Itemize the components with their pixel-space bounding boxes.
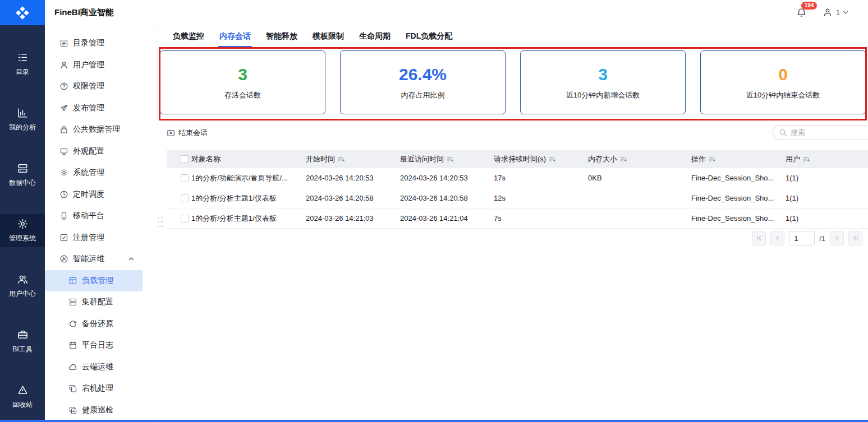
chevron-down-icon[interactable] — [842, 9, 849, 16]
tab-template-limit[interactable]: 模板限制 — [313, 25, 344, 48]
pagination: /1 — [752, 231, 862, 245]
duration-cell: 7s — [494, 214, 588, 222]
row-checkbox[interactable] — [181, 215, 189, 222]
backup-refresh-icon — [68, 319, 77, 328]
tab-memory-session[interactable]: 内存会话 — [219, 25, 251, 48]
sidebar-item-appearance-config[interactable]: 外观配置 — [45, 141, 143, 163]
stat-card-new-sessions-10min: 3 近10分钟内新增会话数 — [520, 50, 686, 114]
last-page-button[interactable] — [848, 231, 862, 245]
first-page-button[interactable] — [752, 231, 766, 245]
notification-badge: 194 — [801, 2, 818, 10]
gear-icon — [59, 168, 68, 177]
sidebar-item-label: 云端运维 — [82, 362, 113, 372]
column-header-start-time: 开始时间 — [306, 154, 335, 164]
object-name-cell: 1的分析/分析主题1/仪表板 — [191, 214, 306, 224]
sidebar-item-label: 目录管理 — [73, 38, 104, 48]
tab-lifecycle[interactable]: 生命周期 — [359, 25, 391, 48]
rail-item-label: BI工具 — [12, 345, 32, 354]
stat-value: 26.4% — [399, 65, 447, 84]
rail-item-directory[interactable]: 目录 — [0, 48, 45, 81]
sidebar-item-cloud-ops[interactable]: 云端运维 — [45, 356, 143, 378]
rail-item-label: 目录 — [16, 67, 29, 77]
phone-icon — [59, 211, 68, 220]
rail-item-data-center[interactable]: 数据中心 — [0, 159, 45, 192]
sidebar-item-publish-mgmt[interactable]: 发布管理 — [45, 98, 143, 119]
sidebar-item-registration-mgmt[interactable]: 注册管理 — [45, 227, 143, 249]
sidebar-item-platform-logs[interactable]: 平台日志 — [45, 335, 143, 356]
data-center-icon — [17, 163, 29, 174]
rail-item-my-analysis[interactable]: 我的分析 — [0, 103, 45, 136]
tab-smart-release[interactable]: 智能释放 — [266, 25, 297, 48]
search-icon — [779, 128, 787, 137]
stat-cards: 3 存活会话数 26.4% 内存占用比例 3 近10分钟内新增会话数 0 近10… — [160, 50, 866, 114]
row-checkbox[interactable] — [181, 194, 189, 202]
sort-icon[interactable] — [620, 156, 627, 163]
sidebar-item-catalog-mgmt[interactable]: 目录管理 — [45, 33, 143, 54]
sidebar-item-load-mgmt[interactable]: 负载管理 — [45, 270, 143, 292]
sidebar-item-permission-mgmt[interactable]: 权限管理 — [45, 76, 143, 98]
person-icon — [59, 61, 68, 69]
admin-sidebar: 目录管理 用户管理 权限管理 发布管理 公共数据管理 外观配置 系统管理 定时调… — [45, 25, 158, 422]
operation-cell: Fine-Dec_Session_Sho... — [691, 194, 786, 202]
sidebar-item-intelligent-ops[interactable]: 智能运维 — [45, 248, 143, 270]
chevron-up-icon[interactable] — [128, 256, 135, 262]
rail-item-user-center[interactable]: 用户中心 — [0, 270, 45, 303]
search-box[interactable] — [773, 125, 868, 140]
user-menu-button[interactable] — [823, 7, 833, 17]
table-row: 1的分析/功能演示/首页导航/... 2024-03-26 14:20:53 2… — [167, 168, 868, 188]
sidebar-item-system-mgmt[interactable]: 系统管理 — [45, 162, 143, 184]
end-session-button[interactable]: 结束会话 — [167, 128, 208, 138]
table-row: 1的分析/分析主题1/仪表板 2024-03-26 14:20:58 2024-… — [167, 188, 868, 208]
stat-label: 存活会话数 — [224, 90, 261, 100]
sort-icon[interactable] — [803, 156, 810, 163]
sidebar-item-downtime-handling[interactable]: 宕机处理 — [45, 378, 143, 400]
sidebar-item-label: 系统管理 — [73, 168, 104, 178]
sort-icon[interactable] — [447, 156, 453, 163]
stat-card-active-sessions: 3 存活会话数 — [160, 50, 325, 114]
tab-load-monitoring[interactable]: 负载监控 — [173, 25, 204, 48]
toolbox-icon — [17, 329, 29, 341]
row-checkbox[interactable] — [181, 174, 189, 182]
catalog-icon — [17, 52, 29, 63]
recycle-icon — [17, 384, 29, 396]
prev-page-button[interactable] — [770, 231, 784, 245]
select-all-checkbox[interactable] — [181, 155, 189, 163]
notifications-button[interactable]: 194 — [796, 7, 807, 18]
stat-label: 近10分钟内新增会话数 — [566, 90, 640, 100]
page-input[interactable] — [789, 231, 815, 245]
tab-fdl-load-distribution[interactable]: FDL负载分配 — [406, 25, 452, 48]
sort-icon[interactable] — [709, 156, 715, 163]
calendar-log-icon — [68, 341, 77, 350]
rail-item-bi-tools[interactable]: BI工具 — [0, 325, 45, 358]
rail-item-label: 管理系统 — [9, 234, 36, 243]
next-page-button[interactable] — [830, 231, 844, 245]
sidebar-item-public-data-mgmt[interactable]: 公共数据管理 — [45, 119, 143, 141]
sidebar-item-mobile-platform[interactable]: 移动平台 — [45, 205, 143, 227]
search-input[interactable] — [791, 128, 855, 137]
sidebar-item-health-check[interactable]: 健康巡检 — [45, 400, 143, 421]
last-access-cell: 2024-03-26 14:21:04 — [400, 214, 494, 222]
rail-item-label: 数据中心 — [9, 178, 36, 188]
sidebar-item-user-mgmt[interactable]: 用户管理 — [45, 54, 143, 76]
finebi-logo[interactable] — [0, 0, 45, 25]
sidebar-item-scheduler[interactable]: 定时调度 — [45, 184, 143, 206]
sidebar-item-label: 备份还原 — [82, 319, 113, 329]
duration-cell: 17s — [494, 174, 588, 182]
last-access-cell: 2024-03-26 14:20:58 — [400, 194, 494, 202]
rail-item-recycle-bin[interactable]: 回收站 — [0, 381, 45, 414]
column-header-memory: 内存大小 — [588, 154, 617, 164]
sort-icon[interactable] — [549, 156, 555, 163]
sidebar-item-label: 权限管理 — [73, 81, 104, 91]
object-name-cell: 1的分析/功能演示/首页导航/... — [191, 173, 306, 183]
column-header-duration: 请求持续时间(s) — [494, 154, 546, 164]
sidebar-item-label: 发布管理 — [73, 103, 104, 113]
sidebar-resize-handle[interactable] — [157, 215, 163, 229]
sidebar-item-cluster-config[interactable]: 集群配置 — [45, 291, 143, 313]
sidebar-item-backup-restore[interactable]: 备份还原 — [45, 313, 143, 335]
memory-cell: 0KB — [588, 174, 691, 182]
publish-icon — [59, 104, 68, 113]
rail-item-management-system[interactable]: 管理系统 — [0, 214, 45, 247]
table-toolbar: 结束会话 — [167, 124, 868, 141]
register-check-icon — [59, 233, 68, 242]
sort-icon[interactable] — [338, 156, 345, 163]
